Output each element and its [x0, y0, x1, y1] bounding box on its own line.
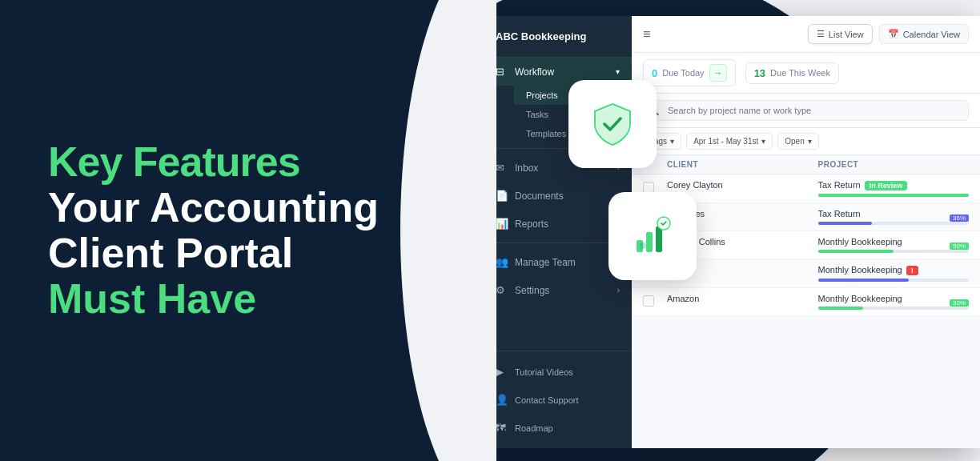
tutorial-label: Tutorial Videos: [515, 367, 573, 377]
table-header: CLIENT PROJECT: [632, 155, 980, 174]
status-badge: In Review: [865, 181, 908, 190]
list-view-button[interactable]: ☰ List View: [808, 24, 873, 44]
svg-rect-2: [656, 226, 662, 252]
support-label: Contact Support: [515, 395, 579, 405]
due-today-count: 0: [652, 67, 657, 79]
project-name: Monthly Bookkeeping: [818, 237, 970, 247]
chevron-down-icon4: ▾: [808, 137, 812, 146]
status-filter[interactable]: Open ▾: [777, 133, 818, 150]
date-range-filter[interactable]: Apr 1st - May 31st ▾: [686, 133, 773, 150]
progress-bar: [818, 222, 970, 225]
documents-icon: 📄: [496, 190, 508, 202]
chevron-down-icon2: ▾: [670, 137, 674, 146]
templates-label: Templates: [526, 129, 566, 138]
sidebar-item-settings[interactable]: ⚙ Settings ›: [496, 276, 632, 304]
team-icon: 👥: [496, 256, 508, 268]
tutorial-icon: ▶: [496, 366, 508, 378]
progress-bar: [818, 250, 970, 253]
stats-bar: 0 Due Today → 13 Due This Week: [632, 53, 980, 94]
documents-label: Documents: [515, 190, 564, 202]
manage-team-label: Manage Team: [515, 257, 576, 268]
progress-fill: [818, 194, 970, 197]
roadmap-icon: 🗺: [496, 422, 508, 434]
filter-bar: Tags ▾ Apr 1st - May 31st ▾ Open ▾: [632, 128, 980, 155]
hero-line1: Key Features: [48, 139, 379, 185]
hero-line2: Your Accounting: [48, 185, 379, 230]
svg-point-4: [640, 243, 646, 249]
progress-fill: [818, 250, 894, 253]
chevron-down-icon: ▾: [616, 67, 620, 76]
progress-bar: [818, 279, 970, 282]
sidebar-workflow-label: Workflow: [515, 66, 554, 78]
client-name: Amazon: [667, 294, 818, 303]
chevron-right-icon5: ›: [617, 286, 620, 295]
sidebar-item-tutorial[interactable]: ▶ Tutorial Videos: [496, 358, 632, 386]
col-client-header: CLIENT: [667, 160, 818, 169]
col-project-header: PROJECT: [818, 160, 970, 169]
hero-text: Key Features Your Accounting Client Port…: [48, 139, 379, 323]
search-input[interactable]: [643, 100, 969, 121]
list-view-label: List View: [829, 30, 864, 39]
due-week-stat: 13 Due This Week: [745, 62, 839, 84]
progress-fill: [818, 307, 864, 310]
roadmap-label: Roadmap: [515, 423, 553, 433]
sidebar-item-support[interactable]: 👤 Contact Support: [496, 386, 632, 414]
chevron-down-icon3: ▾: [761, 137, 765, 146]
main-toolbar: ≡ ☰ List View 📅 Calendar View: [632, 16, 980, 53]
status-badge: !: [906, 266, 918, 275]
due-week-count: 13: [754, 67, 765, 79]
row-checkbox[interactable]: [643, 182, 654, 193]
search-bar: [632, 94, 980, 128]
hero-line4: Must Have: [48, 276, 379, 322]
status-label: Open: [785, 137, 804, 146]
progress-fill: [818, 279, 909, 282]
project-name: Monthly Bookkeeping: [818, 294, 970, 303]
progress-bar: [818, 194, 970, 197]
project-name: Monthly Bookkeeping!: [818, 265, 970, 275]
due-today-arrow[interactable]: →: [709, 64, 727, 82]
progress-fill: [818, 222, 873, 225]
inbox-label: Inbox: [515, 162, 538, 174]
chart-icon-card: [608, 192, 697, 280]
calendar-view-icon: 📅: [888, 29, 899, 39]
project-cell: Tax ReturnIn Review: [818, 180, 970, 197]
project-cell: Monthly Bookkeeping 30%: [818, 294, 970, 310]
date-range-label: Apr 1st - May 31st: [693, 137, 758, 146]
inbox-icon: ✉: [496, 162, 508, 174]
support-icon: 👤: [496, 394, 508, 406]
due-today-stat: 0 Due Today →: [643, 59, 736, 86]
progress-bar: [818, 307, 970, 310]
calendar-view-button[interactable]: 📅 Calendar View: [879, 24, 969, 44]
search-wrapper: [643, 100, 969, 121]
hero-line3: Client Portal: [48, 230, 379, 276]
ui-mockup: ABC Bookkeeping ⊟ Workflow ▾ Projects Ta…: [496, 16, 980, 448]
row-checkbox[interactable]: [643, 295, 654, 307]
right-panel: ABC Bookkeeping ⊟ Workflow ▾ Projects Ta…: [496, 0, 980, 461]
list-view-icon: ☰: [817, 29, 825, 39]
brand-name: ABC Bookkeeping: [496, 16, 632, 58]
table-row: Amazon Monthly Bookkeeping 30%: [632, 288, 980, 316]
settings-label: Settings: [515, 285, 549, 296]
tasks-label: Tasks: [526, 110, 548, 119]
client-name: Corey Clayton: [667, 180, 818, 190]
reports-label: Reports: [515, 218, 548, 230]
project-name: Tax ReturnIn Review: [818, 180, 970, 190]
project-cell: Monthly Bookkeeping 50%: [818, 237, 970, 253]
sidebar-bottom: ▶ Tutorial Videos 👤 Contact Support 🗺 Ro…: [496, 351, 632, 448]
settings-icon: ⚙: [496, 284, 508, 296]
calendar-view-label: Calendar View: [903, 30, 960, 39]
svg-rect-1: [646, 232, 653, 252]
left-panel: Key Features Your Accounting Client Port…: [0, 0, 496, 461]
shield-icon-card: [568, 80, 657, 168]
project-cell: Tax Return 36%: [818, 209, 970, 225]
project-name: Tax Return: [818, 209, 970, 218]
sidebar-item-roadmap[interactable]: 🗺 Roadmap: [496, 414, 632, 442]
project-cell: Monthly Bookkeeping!: [818, 265, 970, 282]
due-week-label: Due This Week: [770, 68, 830, 78]
due-today-label: Due Today: [662, 68, 704, 78]
hamburger-icon[interactable]: ≡: [643, 27, 650, 42]
reports-icon: 📊: [496, 218, 508, 230]
workflow-icon: ⊟: [496, 66, 508, 78]
projects-label: Projects: [526, 90, 558, 100]
